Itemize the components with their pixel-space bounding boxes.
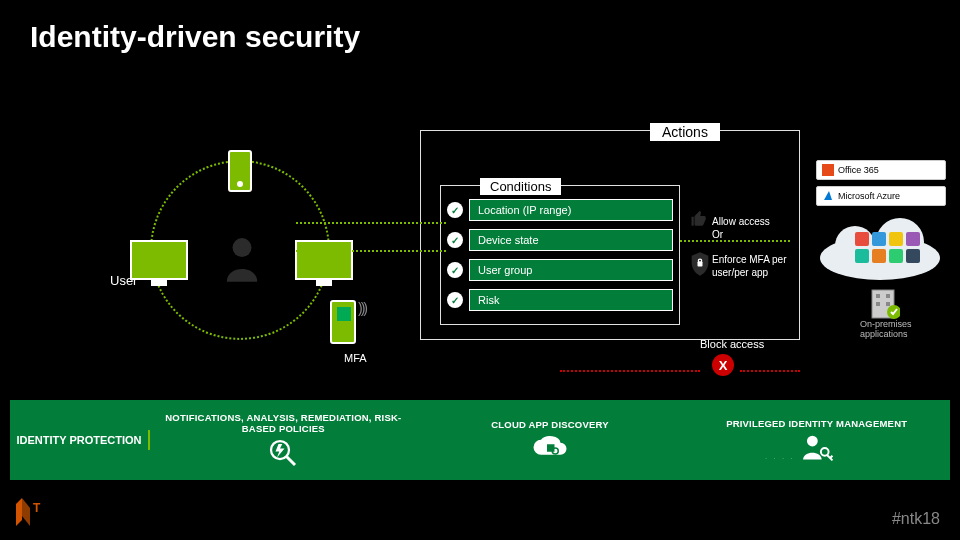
user-label: User — [110, 273, 137, 288]
condition-row: ✓ Location (IP range) — [447, 196, 673, 224]
cloud-services-column: Office 365 Microsoft Azure — [816, 160, 946, 212]
onprem-label: On-premises applications — [860, 320, 940, 340]
connector-line — [296, 250, 446, 252]
thumbs-up-icon — [690, 210, 708, 232]
user-icon — [223, 236, 261, 286]
page-title: Identity-driven security — [30, 20, 360, 54]
svg-line-15 — [287, 457, 295, 465]
connector-line — [740, 370, 800, 372]
condition-row: ✓ Risk — [447, 286, 673, 314]
card-label: Office 365 — [838, 165, 879, 175]
check-icon: ✓ — [447, 232, 463, 248]
decorative-dots: · · · · — [765, 454, 795, 463]
cloud-search-icon — [532, 434, 568, 462]
svg-rect-12 — [886, 302, 890, 306]
connector-line — [680, 240, 790, 242]
conditions-label: Conditions — [480, 178, 561, 195]
condition-row: ✓ Device state — [447, 226, 673, 254]
svg-rect-3 — [822, 164, 834, 176]
magnifier-bolt-icon — [268, 438, 298, 468]
connector-line — [296, 222, 446, 224]
check-icon: ✓ — [447, 292, 463, 308]
identity-protection-label: IDENTITY PROTECTION — [10, 430, 150, 450]
signal-icon: ))) — [358, 300, 366, 316]
svg-marker-23 — [16, 498, 22, 526]
svg-rect-10 — [886, 294, 890, 298]
svg-text:T: T — [33, 501, 41, 515]
segment-title: PRIVILEGED IDENTITY MANAGEMENT — [689, 418, 944, 429]
block-x-icon: X — [712, 354, 734, 376]
actions-label: Actions — [650, 123, 720, 141]
svg-marker-24 — [22, 498, 30, 526]
allow-line: user/per app — [712, 267, 768, 278]
monitor-icon — [295, 240, 353, 280]
mfa-phone-icon — [330, 300, 356, 344]
condition-pill: Risk — [469, 289, 673, 311]
check-icon: ✓ — [447, 202, 463, 218]
capability-band: IDENTITY PROTECTION NOTIFICATIONS, ANALY… — [10, 400, 950, 480]
hashtag: #ntk18 — [892, 510, 940, 528]
svg-rect-9 — [876, 294, 880, 298]
nt-logo-icon: T — [16, 498, 46, 530]
condition-row: ✓ User group — [447, 256, 673, 284]
azure-card: Microsoft Azure — [816, 186, 946, 206]
condition-pill: User group — [469, 259, 673, 281]
svg-line-22 — [830, 455, 832, 457]
segment-title: NOTIFICATIONS, ANALYSIS, REMEDIATION, RI… — [156, 412, 411, 434]
pim-segment: PRIVILEGED IDENTITY MANAGEMENT — [683, 414, 950, 467]
phone-icon — [228, 150, 252, 192]
svg-point-19 — [807, 435, 818, 446]
svg-rect-11 — [876, 302, 880, 306]
user-key-icon — [800, 433, 834, 463]
segment-title: CLOUD APP DISCOVERY — [423, 419, 678, 430]
allow-line: Enforce MFA per — [712, 254, 786, 265]
check-icon: ✓ — [447, 262, 463, 278]
shield-lock-icon — [690, 252, 710, 280]
saas-app-grid — [855, 232, 920, 263]
connector-line — [560, 370, 700, 372]
card-label: Microsoft Azure — [838, 191, 900, 201]
conditions-panel: ✓ Location (IP range) ✓ Device state ✓ U… — [440, 185, 680, 325]
svg-marker-4 — [824, 191, 832, 200]
mfa-label: MFA — [344, 352, 367, 364]
office365-card: Office 365 — [816, 160, 946, 180]
cloud-app-discovery-segment: CLOUD APP DISCOVERY — [417, 415, 684, 466]
allow-line: Or — [712, 229, 723, 240]
enforce-mfa-text: Enforce MFA per user/per app — [712, 254, 786, 279]
allow-access-text: Allow access Or — [712, 216, 770, 241]
svg-point-0 — [233, 238, 252, 257]
svg-marker-16 — [276, 444, 285, 458]
allow-line: Allow access — [712, 216, 770, 227]
monitor-icon — [130, 240, 188, 280]
condition-pill: Device state — [469, 229, 673, 251]
block-access-label: Block access — [700, 338, 764, 350]
narp-segment: NOTIFICATIONS, ANALYSIS, REMEDIATION, RI… — [150, 408, 417, 472]
condition-pill: Location (IP range) — [469, 199, 673, 221]
